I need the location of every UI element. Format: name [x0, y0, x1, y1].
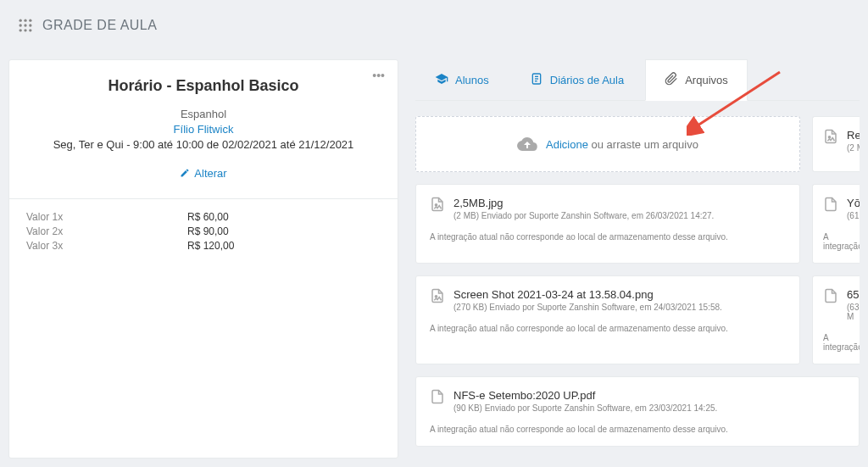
page-header: GRADE DE AULA	[0, 0, 868, 42]
svg-point-14	[435, 204, 437, 206]
clipboard-icon	[530, 72, 543, 88]
file-card[interactable]: Screen Shot 2021-03-24 at 13.58.04.png (…	[415, 275, 800, 364]
price-list: Valor 1x R$ 60,00 Valor 2x R$ 90,00 Valo…	[9, 198, 398, 266]
file-image-icon	[430, 288, 445, 303]
card-teacher-link[interactable]: Fílio Flitwick	[26, 123, 381, 136]
file-meta: (90 KB) Enviado por Suporte Zanshin Soft…	[453, 403, 717, 413]
price-value: R$ 120,00	[187, 240, 234, 252]
card-menu-button[interactable]: •••	[372, 69, 385, 82]
svg-point-2	[29, 19, 31, 22]
tabs: Alunos Diários de Aula Arquivos	[415, 59, 860, 101]
svg-point-0	[19, 19, 22, 22]
edit-button[interactable]: Alterar	[180, 167, 226, 180]
tab-label: Alunos	[455, 74, 489, 86]
file-meta: (2 MB	[847, 143, 860, 153]
svg-point-8	[29, 29, 31, 31]
file-warning: A integração atual não corresponde ao lo…	[430, 232, 786, 242]
file-meta: (2 MB) Enviado por Suporte Zanshin Softw…	[453, 211, 714, 220]
price-label: Valor 3x	[26, 240, 187, 252]
upload-text: Adicione ou arraste um arquivo	[546, 138, 698, 151]
svg-point-13	[828, 136, 830, 138]
graduation-cap-icon	[435, 72, 448, 88]
upload-dropzone[interactable]: Adicione ou arraste um arquivo	[415, 116, 800, 172]
file-meta: (63 M	[847, 303, 860, 321]
edit-label: Alterar	[194, 167, 226, 180]
svg-point-5	[29, 24, 31, 26]
tab-diarios[interactable]: Diários de Aula	[510, 59, 643, 100]
attachment-icon	[665, 72, 678, 88]
card-subject: Espanhol	[26, 108, 381, 120]
file-icon	[823, 288, 838, 303]
svg-point-4	[24, 24, 26, 26]
file-warning: A integração	[823, 232, 854, 251]
grid-icon	[17, 17, 34, 34]
right-section: Alunos Diários de Aula Arquivos	[415, 59, 860, 459]
file-meta: (270 KB) Enviado por Suporte Zanshin Sof…	[453, 303, 722, 312]
price-label: Valor 2x	[26, 225, 187, 237]
card-title: Horário - Espanhol Basico	[26, 77, 381, 95]
file-name: Yōsh	[847, 197, 860, 209]
file-image-icon	[430, 197, 445, 212]
file-warning: A integração atual não corresponde ao lo…	[430, 324, 786, 333]
card-schedule: Seg, Ter e Qui - 9:00 até 10:00 de 02/02…	[26, 138, 381, 151]
main-content: ••• Horário - Espanhol Basico Espanhol F…	[0, 42, 868, 467]
file-card-partial[interactable]: Reto (2 MB	[812, 116, 860, 172]
file-warning: A integração	[823, 333, 854, 352]
cloud-upload-icon	[517, 134, 537, 154]
price-row: Valor 3x R$ 120,00	[26, 240, 381, 252]
file-pdf-icon	[430, 389, 445, 404]
price-value: R$ 60,00	[187, 211, 229, 223]
file-card[interactable]: 2,5MB.jpg (2 MB) Enviado por Suporte Zan…	[415, 184, 800, 264]
price-value: R$ 90,00	[187, 225, 229, 237]
file-card[interactable]: NFS-e Setembo:2020 UP.pdf (90 KB) Enviad…	[415, 376, 860, 447]
file-card-partial[interactable]: Yōsh (611 K A integração	[812, 184, 860, 264]
file-pdf-icon	[823, 197, 838, 212]
tab-alunos[interactable]: Alunos	[415, 59, 509, 100]
svg-point-3	[19, 24, 22, 26]
file-name: NFS-e Setembo:2020 UP.pdf	[453, 389, 717, 402]
pencil-icon	[180, 168, 190, 178]
svg-point-7	[24, 29, 26, 31]
price-row: Valor 1x R$ 60,00	[26, 211, 381, 223]
svg-point-1	[24, 19, 26, 22]
file-name: 2,5MB.jpg	[453, 197, 714, 209]
tab-arquivos[interactable]: Arquivos	[645, 59, 748, 101]
tab-label: Arquivos	[685, 74, 728, 86]
tab-arquivos-content: Adicione ou arraste um arquivo Reto (2 M…	[415, 101, 860, 447]
file-meta: (611 K	[847, 211, 860, 220]
file-card-partial[interactable]: 65M (63 M A integração	[812, 275, 860, 364]
file-name: Screen Shot 2021-03-24 at 13.58.04.png	[453, 288, 722, 301]
price-label: Valor 1x	[26, 211, 187, 223]
svg-point-6	[19, 29, 22, 31]
file-name: Reto	[847, 129, 860, 142]
svg-point-15	[435, 296, 437, 297]
file-name: 65M	[847, 288, 860, 301]
upload-link: Adicione	[546, 138, 588, 151]
price-row: Valor 2x R$ 90,00	[26, 225, 381, 237]
file-warning: A integração atual não corresponde ao lo…	[430, 425, 845, 434]
file-image-icon	[823, 129, 838, 144]
page-title: GRADE DE AULA	[42, 18, 157, 33]
schedule-card: ••• Horário - Espanhol Basico Espanhol F…	[8, 59, 398, 459]
tab-label: Diários de Aula	[550, 74, 624, 86]
